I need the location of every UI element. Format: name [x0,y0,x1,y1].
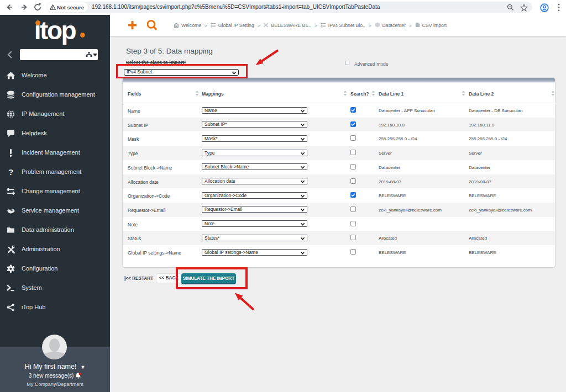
svg-text:ıtop: ıtop [34,19,76,45]
svg-text:?: ? [8,168,13,176]
